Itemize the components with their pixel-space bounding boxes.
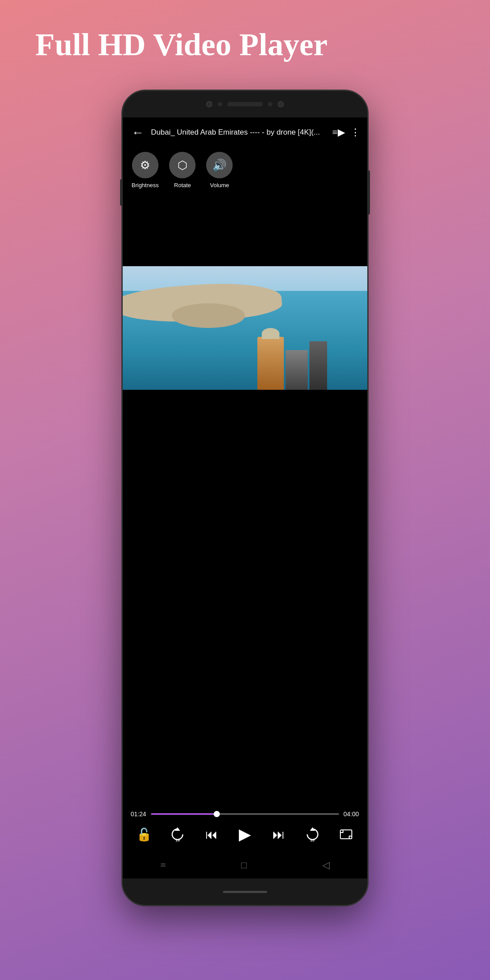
building-2 xyxy=(286,350,308,390)
forward10-button[interactable]: 10 xyxy=(303,825,322,844)
phone-nav-bar: ≡ □ ◁ xyxy=(123,852,367,878)
skip-next-button[interactable]: ⏭ xyxy=(269,825,288,844)
lock-button[interactable]: 🔓 xyxy=(134,825,154,844)
more-options-icon[interactable]: ⋮ xyxy=(351,127,360,138)
nav-home-button[interactable]: □ xyxy=(241,859,247,871)
building-dome-structure xyxy=(257,337,284,390)
volume-button xyxy=(120,179,122,206)
playback-controls: 🔓 10 ⏮ ▶ ⏭ 10 xyxy=(123,820,367,852)
dubai-scene xyxy=(123,266,367,390)
dome xyxy=(262,328,279,339)
progress-fill xyxy=(151,813,217,815)
video-title: Dubai_ United Arab Emirates ---- - by dr… xyxy=(151,128,327,137)
progress-row: 01:24 04:00 xyxy=(131,810,359,818)
phone-shell: ← Dubai_ United Arab Emirates ---- - by … xyxy=(121,90,369,906)
black-area-bottom xyxy=(123,390,367,804)
home-indicator xyxy=(223,891,267,893)
black-area-top xyxy=(123,196,367,266)
nav-back-button[interactable]: ◁ xyxy=(322,859,330,871)
volume-button[interactable]: 🔊 xyxy=(206,152,233,178)
progress-track[interactable] xyxy=(151,813,339,815)
sensor-left xyxy=(218,102,222,106)
front-camera-2 xyxy=(278,101,284,107)
land-mass-2 xyxy=(172,303,245,328)
play-button[interactable]: ▶ xyxy=(235,825,255,844)
replay10-button[interactable]: 10 xyxy=(168,825,187,844)
sensor-right xyxy=(268,102,272,106)
controls-row: ⚙ Brightness ⬡ Rotate 🔊 Volume xyxy=(123,147,367,196)
total-time: 04:00 xyxy=(343,810,359,818)
phone-screen: ← Dubai_ United Arab Emirates ---- - by … xyxy=(123,117,367,878)
volume-icon: 🔊 xyxy=(212,158,226,172)
volume-control[interactable]: 🔊 Volume xyxy=(206,152,233,188)
brightness-button[interactable]: ⚙ xyxy=(132,152,158,178)
back-button[interactable]: ← xyxy=(130,124,146,141)
svg-rect-2 xyxy=(340,830,352,839)
rotate-label: Rotate xyxy=(174,182,191,188)
progress-area: 01:24 04:00 xyxy=(123,804,367,820)
progress-thumb[interactable] xyxy=(214,811,220,817)
volume-label: Volume xyxy=(210,182,229,188)
speaker-grille xyxy=(227,102,263,106)
playlist-icon[interactable]: ≡▶ xyxy=(332,127,345,138)
phone-top-bar xyxy=(123,91,367,117)
current-time: 01:24 xyxy=(131,810,147,818)
brightness-control[interactable]: ⚙ Brightness xyxy=(132,152,158,188)
buildings xyxy=(257,291,367,390)
brightness-icon: ⚙ xyxy=(140,158,150,172)
video-topbar: ← Dubai_ United Arab Emirates ---- - by … xyxy=(123,117,367,147)
nav-menu-button[interactable]: ≡ xyxy=(160,859,166,871)
phone-bottom-edge xyxy=(123,878,367,905)
building-3 xyxy=(309,341,327,390)
brightness-label: Brightness xyxy=(132,182,158,188)
aspect-ratio-button[interactable] xyxy=(336,825,356,844)
skip-prev-button[interactable]: ⏮ xyxy=(202,825,221,844)
video-frame[interactable] xyxy=(123,266,367,390)
front-camera xyxy=(206,101,212,107)
power-button xyxy=(368,170,370,215)
rotate-icon: ⬡ xyxy=(177,158,188,172)
rotate-button[interactable]: ⬡ xyxy=(169,152,196,178)
rotate-control[interactable]: ⬡ Rotate xyxy=(169,152,196,188)
app-title: Full HD Video Player xyxy=(0,26,490,63)
